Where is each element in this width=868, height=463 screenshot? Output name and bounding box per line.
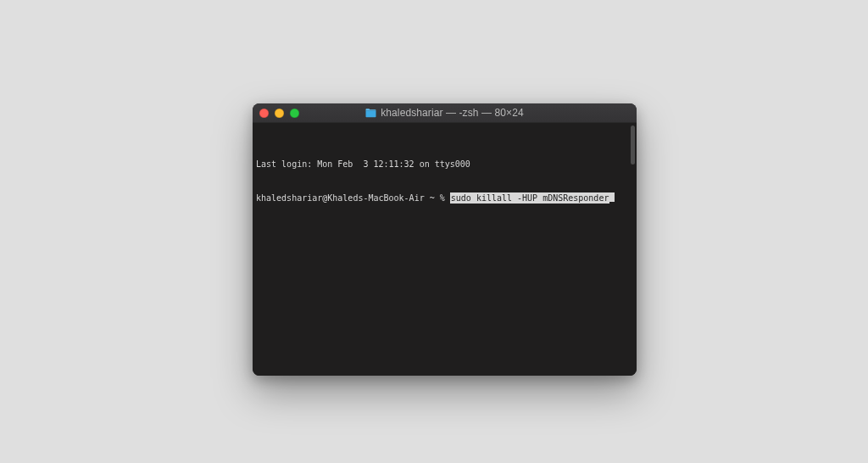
last-login-line: Last login: Mon Feb 3 12:11:32 on ttys00… [256,159,633,170]
traffic-lights [259,109,299,118]
cursor [609,192,615,202]
window-title: khaledshariar — -zsh — 80×24 [381,107,524,119]
terminal-body[interactable]: Last login: Mon Feb 3 12:11:32 on ttys00… [253,123,637,376]
entered-command[interactable]: sudo killall -HUP mDNSResponder [450,192,610,204]
close-button[interactable] [259,109,269,118]
maximize-button[interactable] [290,109,299,118]
title-container: khaledshariar — -zsh — 80×24 [253,107,637,119]
titlebar[interactable]: khaledshariar — -zsh — 80×24 [253,103,637,123]
shell-prompt: khaledshariar@Khaleds-MacBook-Air ~ % [256,192,450,204]
folder-icon [365,109,376,118]
minimize-button[interactable] [275,109,284,118]
prompt-line: khaledshariar@Khaleds-MacBook-Air ~ % su… [256,192,633,204]
terminal-window: khaledshariar — -zsh — 80×24 Last login:… [253,103,637,376]
scrollbar-thumb[interactable] [631,126,635,165]
